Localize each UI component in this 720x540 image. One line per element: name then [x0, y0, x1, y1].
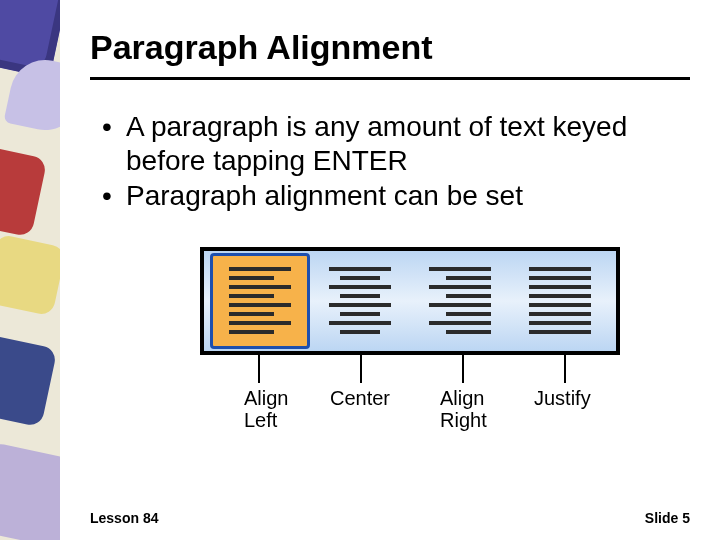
slide-body: Paragraph Alignment A paragraph is any a…	[60, 0, 720, 540]
align-left-button[interactable]	[210, 253, 310, 349]
align-center-button[interactable]	[310, 253, 410, 349]
callout-label-align-left: Align Left	[244, 387, 288, 431]
alignment-toolbar	[200, 247, 620, 355]
title-underline	[90, 77, 690, 80]
bullet-item: A paragraph is any amount of text keyed …	[102, 110, 690, 177]
align-left-icon	[229, 267, 291, 334]
callout-tick	[462, 355, 464, 383]
align-right-button[interactable]	[410, 253, 510, 349]
bullet-item: Paragraph alignment can be set	[102, 179, 690, 213]
callout-label-align-right: Align Right	[440, 387, 487, 431]
bullet-list: A paragraph is any amount of text keyed …	[102, 110, 690, 213]
toolbar-callouts: Align Left Center Align Right Justify	[200, 355, 620, 425]
slide-title: Paragraph Alignment	[90, 28, 690, 73]
callout-label-justify: Justify	[534, 387, 591, 409]
lesson-number: Lesson 84	[90, 510, 158, 526]
slide-footer: Lesson 84 Slide 5	[60, 510, 720, 526]
align-right-icon	[429, 267, 491, 334]
slide-number: Slide 5	[645, 510, 690, 526]
justify-button[interactable]	[510, 253, 610, 349]
callout-tick	[360, 355, 362, 383]
callout-label-center: Center	[330, 387, 390, 409]
alignment-toolbar-diagram: Align Left Center Align Right Justify	[200, 247, 620, 425]
callout-tick	[258, 355, 260, 383]
align-center-icon	[329, 267, 391, 334]
justify-icon	[529, 267, 591, 334]
callout-tick	[564, 355, 566, 383]
decorative-sidebar	[0, 0, 60, 540]
